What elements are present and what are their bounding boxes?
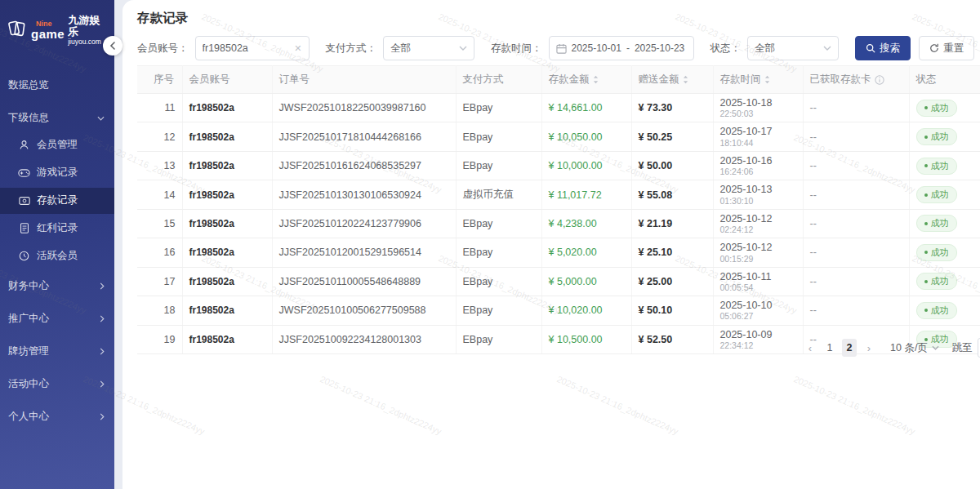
sidebar-collapse-button[interactable] <box>103 36 122 56</box>
status-value: 全部 <box>755 42 775 56</box>
sidebar-item[interactable]: 牌坊管理 <box>0 336 114 367</box>
sidebar-item[interactable]: 红利记录 <box>0 216 114 242</box>
status-text: 成功 <box>931 247 949 259</box>
cell-amount: ¥ 10,000.00 <box>541 151 631 180</box>
cell-status: 成功 <box>909 267 980 296</box>
cell-order: JJSF202510161624068535297 <box>272 151 456 180</box>
search-button-label: 搜索 <box>880 42 900 56</box>
sidebar-item[interactable]: 活动中心 <box>0 369 114 400</box>
table-row: 11fr198502aJWSF202510182250039987160EBpa… <box>137 94 980 122</box>
filter-date: 存款时间： 2025-10-01 - 2025-10-23 <box>491 36 694 60</box>
status-text: 成功 <box>931 131 949 143</box>
status-select[interactable]: 全部 <box>747 36 839 60</box>
status-text: 成功 <box>931 160 949 172</box>
chevron-right-icon <box>100 380 105 388</box>
sidebar-item-label: 下级信息 <box>8 111 97 125</box>
chevron-down-icon <box>932 345 939 350</box>
cell-datetime: 2025-10-1005:06:27 <box>713 296 803 325</box>
cell-order: JJSF202510130130106530924 <box>272 180 456 209</box>
brand-bottom-text: game <box>31 28 65 40</box>
cell-no: 16 <box>137 238 182 267</box>
deposit-date: 2025-10-12 <box>720 213 796 224</box>
cell-card: -- <box>803 94 909 122</box>
cell-account: fr198502a <box>182 151 272 180</box>
chevron-down-icon <box>459 46 467 51</box>
cell-status: 成功 <box>909 180 980 209</box>
cell-method: EBpay <box>456 325 541 353</box>
page-number-button[interactable]: 2 <box>842 339 857 357</box>
search-button[interactable]: 搜索 <box>855 36 911 60</box>
sidebar-item[interactable]: 推广中心 <box>0 304 114 335</box>
cell-no: 17 <box>137 267 182 296</box>
status-dot-icon <box>924 136 928 139</box>
status-text: 成功 <box>931 102 949 114</box>
cell-datetime: 2025-10-1100:05:54 <box>713 267 803 296</box>
page-number-list: 12 <box>820 339 859 357</box>
cell-method: EBpay <box>456 209 541 238</box>
sidebar-item[interactable]: 存款记录 <box>0 188 114 214</box>
cell-no: 19 <box>137 325 182 353</box>
sidebar-item[interactable]: 游戏记录 <box>0 160 114 186</box>
cell-account: fr198502a <box>182 122 272 151</box>
cell-bonus: ¥ 25.10 <box>631 238 713 267</box>
date-range-picker[interactable]: 2025-10-01 - 2025-10-23 <box>549 36 694 60</box>
cell-card: -- <box>803 122 909 151</box>
sidebar-item[interactable]: 数据总览 <box>0 73 114 98</box>
column-label: 支付方式 <box>463 73 504 87</box>
reset-button[interactable]: 重置 <box>919 36 974 60</box>
account-input[interactable] <box>203 42 290 54</box>
page-number-button[interactable]: 1 <box>822 339 837 357</box>
cell-card: -- <box>803 296 909 325</box>
refresh-icon <box>929 43 939 53</box>
sort-icon[interactable] <box>683 75 688 84</box>
cell-method: EBpay <box>456 151 541 180</box>
cell-method: EBpay <box>456 296 541 325</box>
sidebar-item[interactable]: 活跃会员 <box>0 243 114 269</box>
sort-icon[interactable] <box>764 75 770 84</box>
status-badge: 成功 <box>916 302 957 319</box>
sidebar-item-label: 活动中心 <box>8 377 100 391</box>
jump-label: 跳至 <box>952 341 973 355</box>
cell-order: JWSF202510100506277509588 <box>272 296 456 325</box>
next-page-button[interactable]: › <box>862 339 876 357</box>
status-dot-icon <box>924 222 928 225</box>
deposit-table: 序号会员账号订单号支付方式存款金额赠送金额存款时间已获取存款卡状态 11fr19… <box>137 65 980 354</box>
cell-order: JJSF202510092234128001303 <box>272 325 456 353</box>
sidebar-item[interactable]: 下级信息 <box>0 106 114 131</box>
col-card: 已获取存款卡 <box>803 66 909 94</box>
table-row: 14fr198502aJJSF202510130130106530924虚拟币充… <box>137 180 980 209</box>
cell-order: JJSF202510120015291596514 <box>272 238 456 267</box>
cell-datetime: 2025-10-1202:24:12 <box>713 209 803 238</box>
status-text: 成功 <box>931 189 949 201</box>
sidebar-item-label: 存款记录 <box>37 193 114 207</box>
filter-status: 状态： 全部 <box>710 36 840 60</box>
deposit-time: 00:15:29 <box>720 254 796 264</box>
prev-page-button[interactable]: ‹ <box>803 339 817 357</box>
cell-status: 成功 <box>909 151 980 180</box>
cell-bonus: ¥ 50.10 <box>631 296 713 325</box>
clear-input-icon[interactable]: ✕ <box>294 43 301 54</box>
page-size-select[interactable]: 10 条/页 <box>890 341 939 355</box>
cell-amount: ¥ 10,020.00 <box>541 296 631 325</box>
deposit-time: 22:50:03 <box>720 109 796 118</box>
app-logo[interactable]: Nine game 九游娱乐 jiuyou.com <box>0 0 114 52</box>
sidebar-item[interactable]: 会员管理 <box>0 132 114 158</box>
page-jump: 跳至 页 <box>952 338 980 358</box>
status-badge: 成功 <box>916 244 957 261</box>
cell-order: JWSF202510182250039987160 <box>272 94 456 122</box>
status-text: 成功 <box>931 217 949 229</box>
cell-order: JJSF202510110005548648889 <box>272 267 456 296</box>
main-content: 存款记录 会员账号： ✕ 支付方式： 全部 存款时间： 2025-10-01 -… <box>122 0 980 489</box>
sidebar-item[interactable]: 财务中心 <box>0 271 114 302</box>
cell-order: JJSF202510171810444268166 <box>272 122 456 151</box>
cell-account: fr198502a <box>182 238 272 267</box>
search-icon <box>866 43 875 53</box>
sort-icon[interactable] <box>593 75 599 84</box>
table-body: 11fr198502aJWSF202510182250039987160EBpa… <box>137 94 980 354</box>
info-icon[interactable] <box>875 75 884 85</box>
status-badge: 成功 <box>916 100 957 117</box>
sidebar-item[interactable]: 个人中心 <box>0 402 114 433</box>
payment-select[interactable]: 全部 <box>383 36 474 60</box>
reset-button-label: 重置 <box>943 42 964 56</box>
cell-card: -- <box>803 209 909 238</box>
